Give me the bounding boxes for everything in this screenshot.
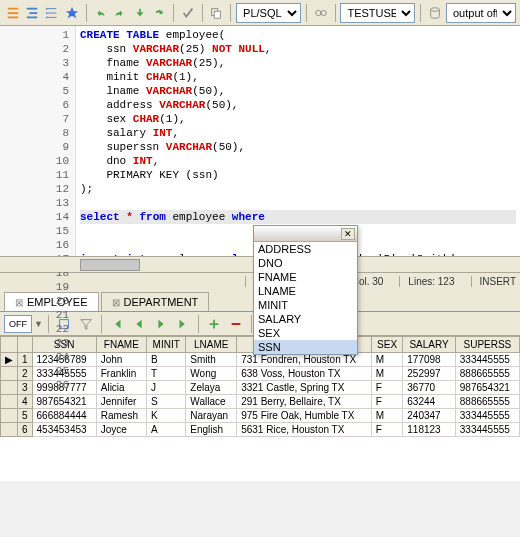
close-icon[interactable]: ✕	[341, 228, 355, 240]
svg-point-2	[46, 16, 48, 18]
popup-item[interactable]: ADDRESS	[254, 242, 357, 256]
table-row[interactable]: 5666884444RameshKNarayan975 Fire Oak, Hu…	[1, 409, 520, 423]
popup-item[interactable]: SEX	[254, 326, 357, 340]
indent-icon[interactable]	[24, 3, 42, 23]
svg-point-1	[46, 12, 48, 14]
code-area[interactable]: CREATE TABLE employee( ssn VARCHAR(25) N…	[76, 26, 520, 256]
tab-department[interactable]: ⊠DEPARTMENT	[101, 292, 210, 311]
col-header[interactable]: SALARY	[403, 337, 455, 353]
separator	[230, 4, 231, 22]
list-icon[interactable]	[4, 3, 22, 23]
popup-titlebar: ✕	[254, 226, 357, 242]
status-lines: Lines: 123	[399, 276, 454, 287]
separator	[306, 4, 307, 22]
col-header[interactable]: MINIT	[146, 337, 185, 353]
redo-icon[interactable]	[111, 3, 129, 23]
separator	[420, 4, 421, 22]
col-header[interactable]: LNAME	[186, 337, 237, 353]
svg-point-7	[431, 7, 440, 11]
user-combo[interactable]: TESTUSER	[340, 3, 415, 23]
svg-point-5	[316, 10, 321, 15]
col-header[interactable]: SEX	[371, 337, 403, 353]
svg-rect-4	[215, 11, 221, 18]
tree-icon[interactable]	[43, 3, 61, 23]
status-mode: INSERT	[471, 276, 517, 287]
link-icon[interactable]	[312, 3, 330, 23]
table-row[interactable]: 6453453453JoyceAEnglish5631 Rice, Housto…	[1, 423, 520, 437]
check-icon[interactable]	[179, 3, 197, 23]
popup-item[interactable]: FNAME	[254, 270, 357, 284]
col-header[interactable]: FNAME	[96, 337, 146, 353]
language-combo[interactable]: PL/SQL	[236, 3, 301, 23]
result-grid[interactable]: SSNFNAMEMINITLNAMEADDRESSSEXSALARYSUPERS…	[0, 336, 520, 481]
col-header[interactable]: SUPERSS	[455, 337, 519, 353]
next-icon[interactable]	[151, 314, 171, 334]
star-icon[interactable]	[63, 3, 81, 23]
popup-item[interactable]: LNAME	[254, 284, 357, 298]
filter-icon[interactable]	[76, 314, 96, 334]
separator	[202, 4, 203, 22]
table-row[interactable]: 3999887777AliciaJZelaya3321 Castle, Spri…	[1, 381, 520, 395]
table-row[interactable]: 2333445555FranklinTWong638 Voss, Houston…	[1, 367, 520, 381]
autocomplete-popup: ✕ ADDRESSDNOFNAMELNAMEMINITSALARYSEXSSN	[253, 225, 358, 355]
popup-item[interactable]: DNO	[254, 256, 357, 270]
last-icon[interactable]	[173, 314, 193, 334]
del-row-icon[interactable]	[226, 314, 246, 334]
refresh-icon[interactable]	[150, 3, 168, 23]
popup-item[interactable]: MINIT	[254, 298, 357, 312]
tab-close-icon[interactable]: ⊠	[112, 297, 120, 308]
line-gutter: 1234567891011121314151617181920212223242…	[0, 26, 76, 256]
copy-icon[interactable]	[208, 3, 226, 23]
separator	[335, 4, 336, 22]
down-icon[interactable]	[131, 3, 149, 23]
table-row[interactable]: 4987654321JenniferSWallace291 Berry, Bel…	[1, 395, 520, 409]
output-combo[interactable]: output off	[446, 3, 516, 23]
first-icon[interactable]	[107, 314, 127, 334]
separator	[86, 4, 87, 22]
scroll-thumb[interactable]	[80, 259, 140, 271]
main-toolbar: PL/SQL TESTUSER output off	[0, 0, 520, 26]
prev-icon[interactable]	[129, 314, 149, 334]
add-row-icon[interactable]	[204, 314, 224, 334]
separator	[173, 4, 174, 22]
undo-icon[interactable]	[92, 3, 110, 23]
svg-point-0	[46, 7, 48, 9]
popup-item[interactable]: SALARY	[254, 312, 357, 326]
code-editor[interactable]: 1234567891011121314151617181920212223242…	[0, 26, 520, 256]
svg-point-6	[321, 10, 326, 15]
db-icon[interactable]	[426, 3, 444, 23]
popup-item[interactable]: SSN	[254, 340, 357, 354]
popup-list[interactable]: ADDRESSDNOFNAMELNAMEMINITSALARYSEXSSN	[254, 242, 357, 354]
